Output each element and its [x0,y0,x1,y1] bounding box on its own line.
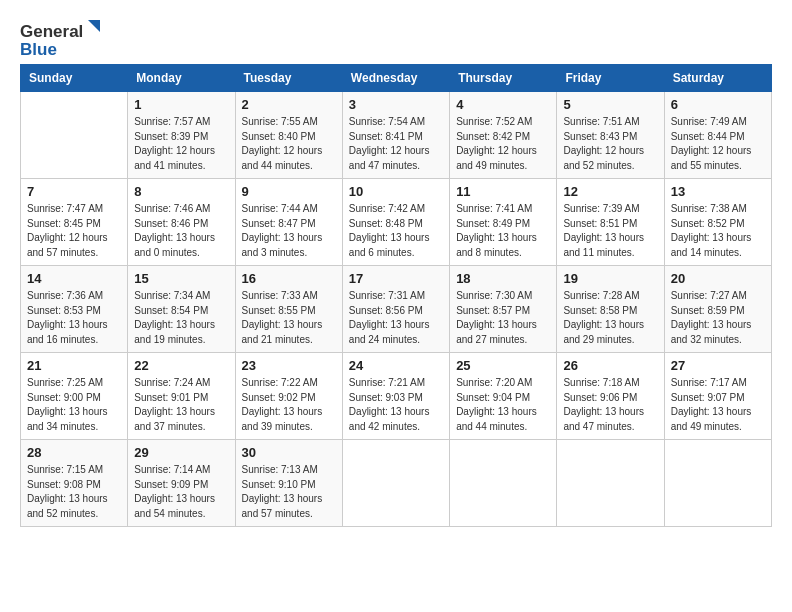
calendar-body: 1Sunrise: 7:57 AM Sunset: 8:39 PM Daylig… [21,92,772,527]
calendar-cell: 28Sunrise: 7:15 AM Sunset: 9:08 PM Dayli… [21,440,128,527]
weekday-header-cell: Monday [128,65,235,92]
day-number: 3 [349,97,443,112]
calendar-cell: 8Sunrise: 7:46 AM Sunset: 8:46 PM Daylig… [128,179,235,266]
calendar-cell: 18Sunrise: 7:30 AM Sunset: 8:57 PM Dayli… [450,266,557,353]
day-info: Sunrise: 7:49 AM Sunset: 8:44 PM Dayligh… [671,115,765,173]
day-info: Sunrise: 7:25 AM Sunset: 9:00 PM Dayligh… [27,376,121,434]
day-number: 20 [671,271,765,286]
day-info: Sunrise: 7:34 AM Sunset: 8:54 PM Dayligh… [134,289,228,347]
calendar-cell [21,92,128,179]
day-number: 1 [134,97,228,112]
day-number: 7 [27,184,121,199]
day-info: Sunrise: 7:22 AM Sunset: 9:02 PM Dayligh… [242,376,336,434]
day-number: 6 [671,97,765,112]
calendar-cell: 30Sunrise: 7:13 AM Sunset: 9:10 PM Dayli… [235,440,342,527]
calendar-week-row: 21Sunrise: 7:25 AM Sunset: 9:00 PM Dayli… [21,353,772,440]
day-info: Sunrise: 7:39 AM Sunset: 8:51 PM Dayligh… [563,202,657,260]
day-info: Sunrise: 7:42 AM Sunset: 8:48 PM Dayligh… [349,202,443,260]
calendar-cell: 5Sunrise: 7:51 AM Sunset: 8:43 PM Daylig… [557,92,664,179]
calendar-cell: 15Sunrise: 7:34 AM Sunset: 8:54 PM Dayli… [128,266,235,353]
day-number: 29 [134,445,228,460]
weekday-header-cell: Sunday [21,65,128,92]
calendar-cell: 1Sunrise: 7:57 AM Sunset: 8:39 PM Daylig… [128,92,235,179]
svg-text:General: General [20,22,83,41]
day-number: 28 [27,445,121,460]
calendar-cell: 2Sunrise: 7:55 AM Sunset: 8:40 PM Daylig… [235,92,342,179]
calendar-table: SundayMondayTuesdayWednesdayThursdayFrid… [20,64,772,527]
day-info: Sunrise: 7:51 AM Sunset: 8:43 PM Dayligh… [563,115,657,173]
day-info: Sunrise: 7:46 AM Sunset: 8:46 PM Dayligh… [134,202,228,260]
day-number: 5 [563,97,657,112]
day-number: 25 [456,358,550,373]
day-info: Sunrise: 7:17 AM Sunset: 9:07 PM Dayligh… [671,376,765,434]
day-number: 27 [671,358,765,373]
day-info: Sunrise: 7:52 AM Sunset: 8:42 PM Dayligh… [456,115,550,173]
day-info: Sunrise: 7:30 AM Sunset: 8:57 PM Dayligh… [456,289,550,347]
calendar-week-row: 14Sunrise: 7:36 AM Sunset: 8:53 PM Dayli… [21,266,772,353]
calendar-week-row: 7Sunrise: 7:47 AM Sunset: 8:45 PM Daylig… [21,179,772,266]
calendar-cell: 22Sunrise: 7:24 AM Sunset: 9:01 PM Dayli… [128,353,235,440]
day-number: 10 [349,184,443,199]
weekday-header-cell: Thursday [450,65,557,92]
day-info: Sunrise: 7:21 AM Sunset: 9:03 PM Dayligh… [349,376,443,434]
day-number: 30 [242,445,336,460]
weekday-header-cell: Wednesday [342,65,449,92]
calendar-cell [450,440,557,527]
calendar-cell: 16Sunrise: 7:33 AM Sunset: 8:55 PM Dayli… [235,266,342,353]
day-number: 19 [563,271,657,286]
day-info: Sunrise: 7:41 AM Sunset: 8:49 PM Dayligh… [456,202,550,260]
calendar-cell: 24Sunrise: 7:21 AM Sunset: 9:03 PM Dayli… [342,353,449,440]
calendar-cell [342,440,449,527]
day-number: 11 [456,184,550,199]
calendar-cell: 4Sunrise: 7:52 AM Sunset: 8:42 PM Daylig… [450,92,557,179]
calendar-cell: 13Sunrise: 7:38 AM Sunset: 8:52 PM Dayli… [664,179,771,266]
weekday-header-cell: Saturday [664,65,771,92]
day-info: Sunrise: 7:33 AM Sunset: 8:55 PM Dayligh… [242,289,336,347]
day-number: 21 [27,358,121,373]
day-number: 18 [456,271,550,286]
day-info: Sunrise: 7:14 AM Sunset: 9:09 PM Dayligh… [134,463,228,521]
calendar-cell: 20Sunrise: 7:27 AM Sunset: 8:59 PM Dayli… [664,266,771,353]
day-info: Sunrise: 7:13 AM Sunset: 9:10 PM Dayligh… [242,463,336,521]
calendar-cell: 21Sunrise: 7:25 AM Sunset: 9:00 PM Dayli… [21,353,128,440]
calendar-week-row: 28Sunrise: 7:15 AM Sunset: 9:08 PM Dayli… [21,440,772,527]
weekday-header-cell: Tuesday [235,65,342,92]
day-info: Sunrise: 7:27 AM Sunset: 8:59 PM Dayligh… [671,289,765,347]
calendar-cell: 7Sunrise: 7:47 AM Sunset: 8:45 PM Daylig… [21,179,128,266]
day-number: 2 [242,97,336,112]
logo-svg: GeneralBlue [20,20,100,58]
calendar-cell: 3Sunrise: 7:54 AM Sunset: 8:41 PM Daylig… [342,92,449,179]
day-info: Sunrise: 7:18 AM Sunset: 9:06 PM Dayligh… [563,376,657,434]
day-number: 12 [563,184,657,199]
day-number: 24 [349,358,443,373]
calendar-cell [664,440,771,527]
day-info: Sunrise: 7:57 AM Sunset: 8:39 PM Dayligh… [134,115,228,173]
calendar-cell [557,440,664,527]
day-number: 15 [134,271,228,286]
day-number: 16 [242,271,336,286]
calendar-cell: 9Sunrise: 7:44 AM Sunset: 8:47 PM Daylig… [235,179,342,266]
day-number: 17 [349,271,443,286]
day-info: Sunrise: 7:20 AM Sunset: 9:04 PM Dayligh… [456,376,550,434]
calendar-cell: 23Sunrise: 7:22 AM Sunset: 9:02 PM Dayli… [235,353,342,440]
day-number: 23 [242,358,336,373]
calendar-cell: 27Sunrise: 7:17 AM Sunset: 9:07 PM Dayli… [664,353,771,440]
logo: GeneralBlue [20,20,100,58]
day-info: Sunrise: 7:38 AM Sunset: 8:52 PM Dayligh… [671,202,765,260]
day-info: Sunrise: 7:31 AM Sunset: 8:56 PM Dayligh… [349,289,443,347]
day-info: Sunrise: 7:24 AM Sunset: 9:01 PM Dayligh… [134,376,228,434]
calendar-week-row: 1Sunrise: 7:57 AM Sunset: 8:39 PM Daylig… [21,92,772,179]
day-info: Sunrise: 7:47 AM Sunset: 8:45 PM Dayligh… [27,202,121,260]
day-info: Sunrise: 7:54 AM Sunset: 8:41 PM Dayligh… [349,115,443,173]
calendar-cell: 12Sunrise: 7:39 AM Sunset: 8:51 PM Dayli… [557,179,664,266]
calendar-cell: 26Sunrise: 7:18 AM Sunset: 9:06 PM Dayli… [557,353,664,440]
day-number: 22 [134,358,228,373]
weekday-header-row: SundayMondayTuesdayWednesdayThursdayFrid… [21,65,772,92]
calendar-cell: 11Sunrise: 7:41 AM Sunset: 8:49 PM Dayli… [450,179,557,266]
calendar-cell: 19Sunrise: 7:28 AM Sunset: 8:58 PM Dayli… [557,266,664,353]
calendar-cell: 29Sunrise: 7:14 AM Sunset: 9:09 PM Dayli… [128,440,235,527]
svg-text:Blue: Blue [20,40,57,58]
day-number: 26 [563,358,657,373]
calendar-cell: 14Sunrise: 7:36 AM Sunset: 8:53 PM Dayli… [21,266,128,353]
calendar-cell: 6Sunrise: 7:49 AM Sunset: 8:44 PM Daylig… [664,92,771,179]
